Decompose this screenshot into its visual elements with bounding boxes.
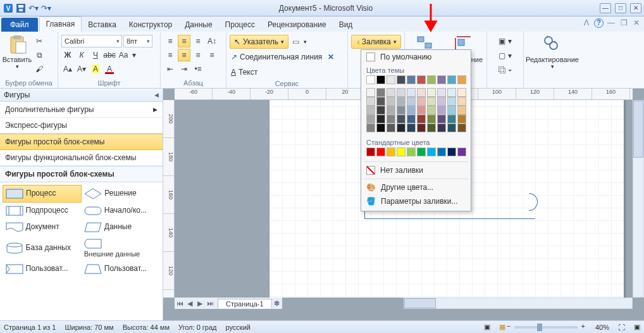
color-swatch[interactable] [366,75,375,84]
vertical-scrollbar[interactable] [633,100,644,298]
pointer-tool-button[interactable]: ↖Указатель▾ [230,35,288,49]
shape-subprocess[interactable]: Подпроцесс [3,203,82,220]
doc-min-icon[interactable]: — [606,18,616,28]
tab-design[interactable]: Конструктор [123,18,178,32]
font-size-combo[interactable]: 8пт [123,35,152,47]
horizontal-scrollbar[interactable] [404,298,633,309]
color-swatch[interactable] [447,148,456,156]
color-swatch[interactable] [417,75,426,84]
doc-close-icon[interactable]: ✕ [631,18,641,28]
shrink-font-icon[interactable]: A▾ [75,63,88,75]
color-swatch[interactable] [457,88,466,97]
presentation-icon[interactable]: ▦ [499,323,505,331]
fill-options-item[interactable]: 🪣Параметры заливки... [361,194,471,208]
color-swatch[interactable] [447,115,456,123]
color-swatch[interactable] [437,115,446,123]
grow-font-icon[interactable]: A▴ [61,63,74,75]
shape-document[interactable]: Документ [3,219,82,236]
tab-review[interactable]: Рецензирование [261,18,333,32]
italic-icon[interactable]: К [75,49,88,61]
shape-custom1[interactable]: Пользоват... [3,261,82,277]
tab-process[interactable]: Процесс [219,18,261,32]
color-swatch[interactable] [366,115,375,123]
color-swatch[interactable] [437,97,446,106]
color-swatch[interactable] [376,115,385,123]
shape-custom2[interactable]: Пользоват... [82,261,160,277]
next-page-icon[interactable]: ▶ [195,299,205,308]
color-swatch[interactable] [407,88,416,97]
rect-tool-icon[interactable]: ▭ [290,35,302,48]
align-top-icon[interactable]: ≡ [164,35,176,47]
last-page-icon[interactable]: ⏭ [205,299,215,307]
shape-process[interactable]: Процесс [3,185,82,203]
indent-dec-icon[interactable]: ⇤ [164,63,176,75]
minimize-ribbon-icon[interactable]: ᐱ [581,18,591,28]
save-icon[interactable] [15,3,27,14]
text-tool-button[interactable]: AТекст [230,65,259,79]
connector-tool-button[interactable]: ↗Соединительная линия [230,50,323,64]
shape-data[interactable]: Данные [82,219,160,236]
color-swatch[interactable] [417,97,426,106]
fill-button[interactable]: Заливка▾ [351,35,401,49]
color-swatch[interactable] [397,88,406,97]
paste-button[interactable]: Вставить ▾ [3,33,31,75]
font-name-combo[interactable]: Calibri [61,35,122,47]
color-swatch[interactable] [387,148,395,156]
prev-page-icon[interactable]: ◀ [185,299,195,308]
tab-insert[interactable]: Вставка [82,18,123,32]
strike-icon[interactable]: abc [103,49,116,61]
close-button[interactable]: ✕ [630,3,641,13]
color-swatch[interactable] [407,97,416,106]
align-right-icon[interactable]: ≡ [192,49,204,61]
copy-icon[interactable]: ⧉ [33,49,46,61]
color-swatch[interactable] [417,106,426,115]
color-swatch[interactable] [437,106,446,115]
page-tab[interactable]: Страница-1 [218,299,272,308]
color-swatch[interactable] [457,123,466,132]
color-swatch[interactable] [366,148,375,156]
case-icon[interactable]: Aa [117,49,130,61]
color-swatch[interactable] [407,115,416,123]
color-swatch[interactable] [397,123,406,132]
color-swatch[interactable] [447,123,456,132]
color-swatch[interactable] [427,97,436,106]
color-swatch[interactable] [407,123,416,132]
macro-record-icon[interactable]: ▣ [484,323,490,331]
shape-external-data[interactable]: Внешние данные [82,236,160,261]
text-direction-icon[interactable]: A↕ [206,35,218,47]
font-color-icon[interactable]: A [103,63,116,75]
fill-default-item[interactable]: По умолчанию [361,50,471,64]
align-left-icon[interactable]: ≡ [164,49,176,61]
delete-connector-icon[interactable]: ✕ [325,51,337,63]
align-center-icon[interactable]: ≡ [178,49,190,61]
fit-page-icon[interactable]: ⛶ [618,324,625,331]
collapse-panel-icon[interactable]: ◀ [154,92,159,98]
color-swatch[interactable] [366,97,375,106]
no-fill-item[interactable]: Нет заливки [361,163,471,177]
express-shapes-item[interactable]: Экспресс-фигуры [0,118,163,134]
align-bottom-icon[interactable]: ≡ [192,35,204,47]
color-swatch[interactable] [427,75,436,84]
group-icon[interactable]: ⿻ ▾ [490,64,520,77]
bring-front-icon[interactable]: ▣ ▾ [490,35,520,47]
color-swatch[interactable] [376,88,385,97]
fullscreen-icon[interactable]: ▣ [634,323,640,331]
color-swatch[interactable] [376,106,385,115]
color-swatch[interactable] [397,115,406,123]
color-swatch[interactable] [376,75,385,84]
color-swatch[interactable] [387,115,395,123]
color-swatch[interactable] [457,148,466,156]
color-swatch[interactable] [387,75,395,84]
tab-file[interactable]: Файл [1,18,38,32]
func-flow-shapes-item[interactable]: Фигуры функциональной блок-схемы [0,150,163,166]
color-swatch[interactable] [397,75,406,84]
format-painter-icon[interactable]: 🖌 [33,63,46,75]
color-swatch[interactable] [457,97,466,106]
color-swatch[interactable] [437,148,446,156]
color-swatch[interactable] [427,115,436,123]
color-swatch[interactable] [427,148,436,156]
color-swatch[interactable] [397,97,406,106]
color-swatch[interactable] [447,97,456,106]
tab-home[interactable]: Главная [39,16,82,32]
color-swatch[interactable] [376,123,385,132]
